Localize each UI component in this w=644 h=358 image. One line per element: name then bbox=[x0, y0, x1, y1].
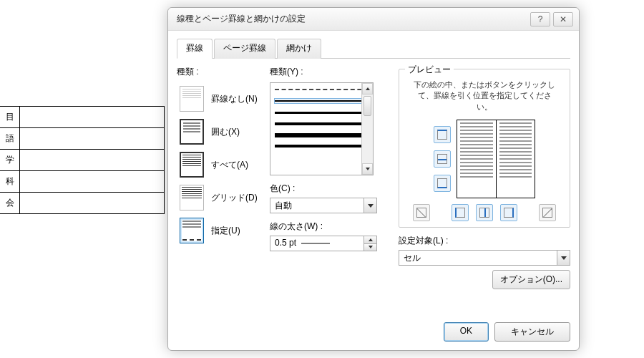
close-button[interactable]: ✕ bbox=[553, 12, 573, 26]
borders-shading-dialog: 線種とページ罫線と網かけの設定 ? ✕ 罫線 ページ罫線 網かけ 種類 : 罫線… bbox=[167, 7, 580, 351]
border-left-button[interactable] bbox=[452, 204, 469, 221]
preset-custom[interactable]: 指定(U) bbox=[177, 214, 270, 247]
cell bbox=[20, 193, 165, 213]
border-right-button[interactable] bbox=[500, 204, 517, 221]
width-value: 0.5 pt bbox=[270, 236, 364, 251]
preset-all[interactable]: すべて(A) bbox=[177, 148, 270, 181]
dialog-body: 罫線 ページ罫線 網かけ 種類 : 罫線なし(N) 囲む(X) bbox=[168, 31, 579, 319]
preset-column: 種類 : 罫線なし(N) 囲む(X) bbox=[177, 66, 270, 309]
cell: 科 bbox=[0, 171, 20, 192]
preset-box-icon bbox=[180, 119, 204, 145]
apply-to-value: セル bbox=[399, 251, 557, 265]
preview-title: プレビュー bbox=[405, 64, 454, 76]
tab-page-borders[interactable]: ページ罫線 bbox=[214, 39, 275, 59]
chevron-up-icon bbox=[366, 87, 370, 90]
ok-label: OK bbox=[460, 326, 472, 336]
dropdown-button[interactable] bbox=[557, 251, 570, 265]
preview-area[interactable] bbox=[457, 120, 535, 198]
width-spinner[interactable]: 0.5 pt bbox=[270, 236, 377, 251]
apply-to-label: 設定対象(L) : bbox=[399, 235, 570, 247]
width-sample-icon bbox=[301, 241, 330, 246]
line-style-option[interactable] bbox=[275, 122, 369, 126]
table-row: 学 bbox=[0, 150, 165, 171]
border-diag-down-button[interactable] bbox=[413, 204, 430, 221]
preset-label: すべて(A) bbox=[211, 159, 248, 171]
line-style-option[interactable] bbox=[275, 133, 369, 137]
options-button[interactable]: オプション(O)... bbox=[492, 270, 570, 289]
tab-strip: 罫線 ページ罫線 網かけ bbox=[177, 38, 570, 59]
spin-down-button[interactable] bbox=[364, 243, 376, 251]
background-table: 目 語 学 科 会 bbox=[0, 106, 165, 214]
spin-up-button[interactable] bbox=[364, 236, 376, 243]
border-diag-up-button[interactable] bbox=[539, 204, 556, 221]
style-column: 種類(Y) : bbox=[270, 66, 391, 309]
cell: 会 bbox=[0, 193, 20, 213]
cell bbox=[20, 107, 165, 127]
cell: 学 bbox=[0, 150, 20, 170]
line-style-option[interactable] bbox=[275, 99, 369, 103]
cell bbox=[20, 171, 165, 192]
line-style-option[interactable] bbox=[275, 110, 369, 115]
tab-label: ページ罫線 bbox=[223, 43, 266, 53]
cell bbox=[20, 150, 165, 170]
chevron-down-icon bbox=[366, 168, 370, 170]
preset-box[interactable]: 囲む(X) bbox=[177, 115, 270, 148]
width-text: 0.5 pt bbox=[275, 238, 296, 248]
line-style-option[interactable] bbox=[275, 87, 369, 92]
preset-label: グリッド(D) bbox=[211, 192, 258, 204]
border-v-inside-button[interactable] bbox=[476, 204, 493, 221]
close-icon: ✕ bbox=[560, 14, 567, 24]
table-row: 目 bbox=[0, 107, 165, 128]
color-label: 色(C) : bbox=[270, 183, 391, 195]
apply-to-combo[interactable]: セル bbox=[399, 250, 570, 266]
preview-group: プレビュー 下の絵の中、またはボタンをクリックして、罫線を引く位置を指定してくだ… bbox=[399, 69, 570, 228]
preset-grid[interactable]: グリッド(D) bbox=[177, 181, 270, 214]
title-bar[interactable]: 線種とページ罫線と網かけの設定 ? ✕ bbox=[168, 8, 579, 31]
color-combo[interactable]: 自動 bbox=[270, 198, 377, 213]
border-bottom-button[interactable] bbox=[434, 175, 451, 192]
chevron-down-icon bbox=[561, 256, 567, 260]
scroll-thumb[interactable] bbox=[364, 96, 371, 116]
dialog-buttons: OK キャンセル bbox=[168, 319, 579, 350]
scroll-track[interactable] bbox=[362, 117, 373, 163]
table-row: 語 bbox=[0, 128, 165, 150]
tab-label: 罫線 bbox=[186, 43, 203, 53]
cell bbox=[20, 128, 165, 149]
chevron-down-icon bbox=[369, 246, 373, 248]
ok-button[interactable]: OK bbox=[444, 322, 489, 342]
chevron-down-icon bbox=[368, 204, 374, 208]
cancel-button[interactable]: キャンセル bbox=[494, 322, 570, 342]
cancel-label: キャンセル bbox=[511, 326, 554, 337]
help-button[interactable]: ? bbox=[530, 12, 550, 26]
preset-all-icon bbox=[180, 152, 204, 178]
table-row: 科 bbox=[0, 171, 165, 193]
cell: 語 bbox=[0, 128, 20, 149]
help-icon: ? bbox=[538, 14, 543, 24]
preview-side-buttons bbox=[434, 120, 451, 198]
width-label: 線の太さ(W) : bbox=[270, 221, 391, 233]
line-style-list[interactable] bbox=[270, 82, 374, 175]
line-style-option[interactable] bbox=[275, 145, 369, 149]
tab-shading[interactable]: 網かけ bbox=[277, 39, 321, 59]
color-value: 自動 bbox=[270, 198, 364, 213]
chevron-up-icon bbox=[369, 238, 373, 241]
options-label: オプション(O)... bbox=[500, 274, 562, 284]
preset-custom-icon bbox=[180, 218, 204, 243]
border-top-button[interactable] bbox=[434, 126, 451, 143]
scroll-down-button[interactable] bbox=[362, 163, 373, 175]
style-heading: 種類(Y) : bbox=[270, 66, 391, 78]
tab-label: 網かけ bbox=[286, 43, 312, 53]
tab-borders[interactable]: 罫線 bbox=[177, 39, 213, 59]
border-h-inside-button[interactable] bbox=[434, 150, 451, 168]
preset-none-icon bbox=[180, 86, 204, 112]
preset-label: 囲む(X) bbox=[211, 126, 240, 138]
dropdown-button[interactable] bbox=[364, 198, 376, 213]
preset-label: 指定(U) bbox=[211, 225, 240, 237]
scrollbar[interactable] bbox=[361, 83, 373, 175]
preview-column: プレビュー 下の絵の中、またはボタンをクリックして、罫線を引く位置を指定してくだ… bbox=[391, 66, 570, 309]
dialog-title: 線種とページ罫線と網かけの設定 bbox=[177, 13, 530, 25]
preset-none[interactable]: 罫線なし(N) bbox=[177, 82, 270, 115]
preset-label: 罫線なし(N) bbox=[211, 93, 258, 105]
scroll-up-button[interactable] bbox=[362, 83, 373, 95]
preset-heading: 種類 : bbox=[177, 66, 270, 78]
